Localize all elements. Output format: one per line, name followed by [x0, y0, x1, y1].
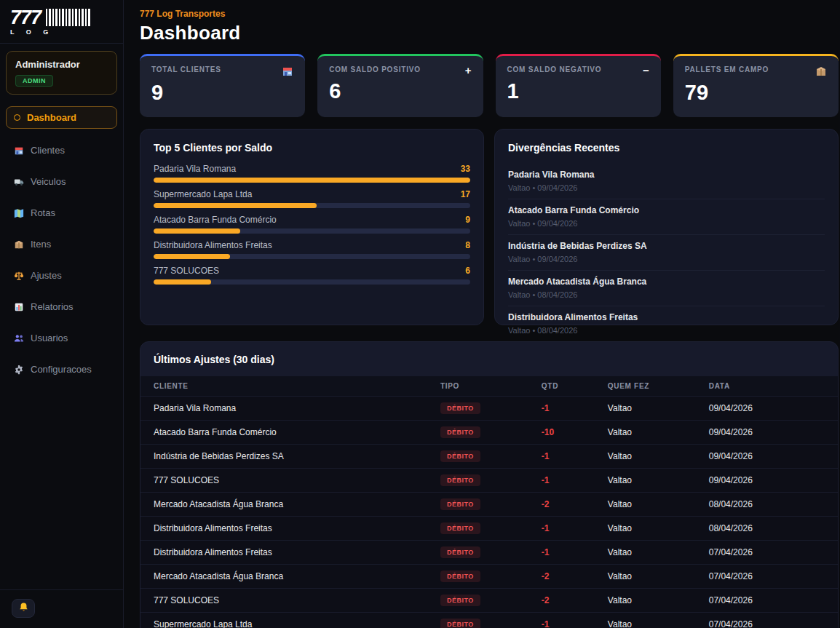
stat-card-saldo-negativo: COM SALDO NEGATIVO − 1: [496, 54, 661, 117]
sidebar-item-ajustes[interactable]: Ajustes: [6, 264, 117, 287]
package-icon: [14, 239, 24, 250]
bar-value: 17: [461, 189, 470, 199]
cell-data: 09/04/2026: [709, 421, 838, 445]
sidebar-item-configuracoes[interactable]: Configuracoes: [6, 358, 117, 381]
sidebar-item-rotas[interactable]: Rotas: [6, 202, 117, 224]
bar-fill: [154, 203, 317, 208]
table-row: Distribuidora Alimentos Freitas DÉBITO -…: [140, 541, 838, 565]
list-item: Mercado Atacadista Água Branca Valtao • …: [508, 271, 825, 306]
bar-row: Supermercado Lapa Ltda17: [154, 189, 470, 208]
sidebar-item-usuarios[interactable]: Usuarios: [6, 327, 117, 349]
cell-quem-fez: Valtao: [608, 613, 709, 628]
table-row: Indústria de Bebidas Perdizes SA DÉBITO …: [140, 445, 838, 469]
cell-cliente: Supermercado Lapa Ltda: [140, 613, 440, 628]
tipo-badge: DÉBITO: [440, 546, 480, 558]
tipo-badge: DÉBITO: [440, 595, 480, 606]
ajustes-table: CLIENTE TIPO QTD QUEM FEZ DATA Padaria V…: [140, 376, 838, 628]
cell-data: 09/04/2026: [709, 469, 838, 493]
divergencia-meta: Valtao • 09/04/2026: [508, 255, 825, 263]
stat-cards: TOTAL CLIENTES 9 COM SALDO POSITIVO + 6 …: [140, 54, 839, 117]
sidebar-item-itens[interactable]: Itens: [6, 233, 117, 255]
bar-label: 777 SOLUCOES: [154, 266, 219, 276]
users-icon: [14, 333, 24, 343]
tipo-badge: DÉBITO: [440, 402, 480, 414]
ajustes-panel: Últimos Ajustes (30 dias) CLIENTE TIPO Q…: [140, 341, 839, 628]
divergencia-meta: Valtao • 09/04/2026: [508, 183, 825, 192]
top5-panel: Top 5 Clientes por Saldo Padaria Vila Ro…: [140, 129, 484, 325]
cell-quem-fez: Valtao: [608, 493, 709, 517]
stat-value: 9: [151, 81, 293, 105]
cell-cliente: Distribuidora Alimentos Freitas: [140, 517, 440, 541]
cell-qtd: -1: [542, 517, 608, 541]
bar-value: 9: [465, 215, 470, 225]
table-row: Atacado Barra Funda Comércio DÉBITO -10 …: [140, 421, 838, 445]
stat-label: COM SALDO NEGATIVO: [507, 65, 602, 73]
bar-track: [154, 228, 470, 234]
divergencia-meta: Valtao • 09/04/2026: [508, 219, 825, 228]
table-header-row: CLIENTE TIPO QTD QUEM FEZ DATA: [140, 376, 838, 397]
app-name: 777 Log Transportes: [140, 9, 839, 19]
notifications-button[interactable]: [12, 599, 35, 618]
stat-value: 1: [507, 79, 649, 103]
stat-label: TOTAL CLIENTES: [151, 65, 221, 73]
table-row: 777 SOLUCOES DÉBITO -2 Valtao 07/04/2026: [140, 589, 838, 613]
divergencia-name: Atacado Barra Funda Comércio: [508, 205, 825, 215]
stat-label: COM SALDO POSITIVO: [329, 65, 421, 73]
cell-data: 07/04/2026: [709, 589, 838, 613]
user-name: Administrador: [15, 59, 108, 70]
column-header: TIPO: [440, 376, 542, 397]
cell-quem-fez: Valtao: [608, 445, 709, 469]
tipo-badge: DÉBITO: [440, 450, 480, 462]
sidebar-item-label: Dashboard: [27, 112, 76, 123]
truck-icon: [14, 177, 24, 187]
cell-data: 07/04/2026: [709, 613, 838, 628]
sidebar-item-relatorios[interactable]: Relatorios: [6, 295, 117, 318]
bar-chart-icon: [14, 302, 24, 312]
cell-qtd: -1: [542, 445, 608, 469]
store-icon: [282, 65, 293, 77]
sidebar-item-clientes[interactable]: Clientes: [6, 139, 117, 162]
cell-data: 09/04/2026: [709, 445, 838, 469]
gear-icon: [14, 365, 24, 375]
sidebar-item-label: Configuracoes: [31, 364, 92, 375]
tipo-badge: DÉBITO: [440, 619, 480, 628]
tipo-badge: DÉBITO: [440, 426, 480, 438]
store-icon: [14, 146, 24, 156]
sidebar-item-label: Rotas: [31, 207, 55, 218]
table-row: Mercado Atacadista Água Branca DÉBITO -2…: [140, 565, 838, 589]
bar-row: Padaria Vila Romana33: [154, 164, 470, 183]
bar-label: Atacado Barra Funda Comércio: [154, 215, 277, 225]
stat-value: 79: [685, 81, 827, 105]
user-card: Administrador ADMIN: [6, 51, 117, 95]
divergencias-panel: Divergências Recentes Padaria Vila Roman…: [494, 129, 839, 325]
divergencia-name: Padaria Vila Romana: [508, 170, 825, 180]
table-row: Mercado Atacadista Água Branca DÉBITO -2…: [140, 493, 838, 517]
divergencia-meta: Valtao • 08/04/2026: [508, 326, 825, 335]
plus-icon: +: [465, 65, 472, 76]
cell-data: 07/04/2026: [709, 541, 838, 565]
logo: 777 L O G: [0, 0, 123, 44]
bar-row: 777 SOLUCOES6: [154, 266, 470, 285]
cell-cliente: Atacado Barra Funda Comércio: [140, 421, 440, 445]
sidebar-item-dashboard[interactable]: Dashboard: [6, 106, 117, 129]
list-item: Indústria de Bebidas Perdizes SA Valtao …: [508, 235, 825, 271]
sidebar-item-veiculos[interactable]: Veiculos: [6, 170, 117, 193]
list-item: Atacado Barra Funda Comércio Valtao • 09…: [508, 199, 825, 235]
stat-label: PALLETS EM CAMPO: [685, 65, 769, 73]
sidebar-item-label: Veiculos: [31, 176, 66, 187]
cell-data: 08/04/2026: [709, 493, 838, 517]
list-item: Distribuidora Alimentos Freitas Valtao •…: [508, 306, 825, 342]
cell-quem-fez: Valtao: [608, 517, 709, 541]
cell-qtd: -1: [542, 613, 608, 628]
logo-number: 777: [10, 9, 41, 26]
table-row: Supermercado Lapa Ltda DÉBITO -1 Valtao …: [140, 613, 838, 628]
circle-icon: [14, 114, 20, 121]
cell-cliente: Indústria de Bebidas Perdizes SA: [140, 445, 440, 469]
map-icon: [14, 208, 24, 218]
cell-data: 07/04/2026: [709, 565, 838, 589]
table-row: Distribuidora Alimentos Freitas DÉBITO -…: [140, 517, 838, 541]
tipo-badge: DÉBITO: [440, 474, 480, 486]
cell-qtd: -2: [542, 589, 608, 613]
sidebar-item-label: Relatorios: [31, 301, 74, 312]
bell-icon: [18, 602, 29, 616]
